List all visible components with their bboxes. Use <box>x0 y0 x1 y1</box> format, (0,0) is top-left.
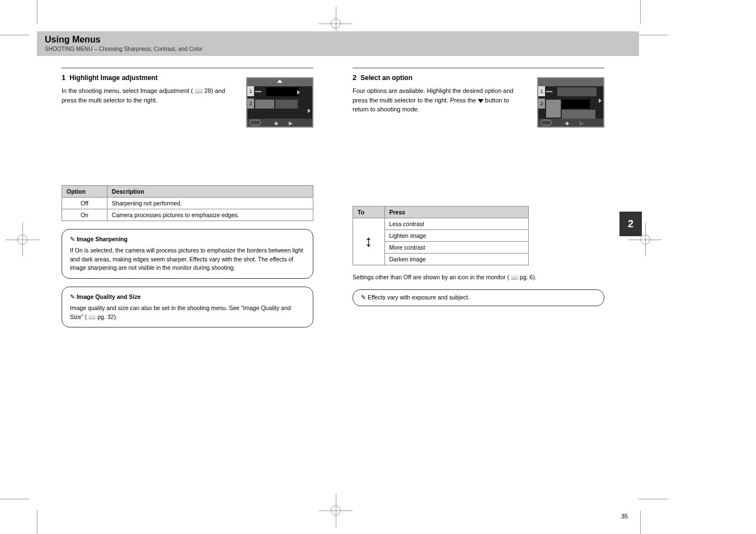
options-table-2: To Press ↕ Less contrast Lighten image M… <box>353 206 529 265</box>
lcd-tab-2: 2 <box>538 99 545 109</box>
page-number: 35 <box>616 513 633 519</box>
info-icon: ✎ <box>361 294 368 301</box>
lcd-screenshot-2: 1 〰 2 ◆ ▷ <box>537 77 604 128</box>
nav-arrow-icon: ▶ <box>289 120 293 126</box>
table-header: Press <box>384 206 528 218</box>
nav-dots-icon: ◆ <box>274 120 278 126</box>
crop-mark <box>638 499 668 499</box>
info-box-effects: ✎ Effects vary with exposure and subject… <box>353 289 604 306</box>
crop-mark <box>37 510 37 534</box>
triangle-right-icon <box>297 90 300 95</box>
triangle-right-icon <box>599 99 602 103</box>
page-ref-icon: 📖 <box>88 313 96 320</box>
right-column: 2 Select an option Four options are avai… <box>353 67 604 306</box>
crop-mark <box>638 35 668 35</box>
table-row: Off Sharpening not performed. <box>62 198 313 209</box>
crop-mark <box>640 0 641 24</box>
lcd-tab-1: 1 <box>247 86 254 96</box>
registration-mark-left <box>6 223 39 256</box>
scroll-icon-cell: ↕ <box>353 218 385 265</box>
options-table-1: Option Description Off Sharpening not pe… <box>62 185 313 221</box>
info-box-quality: ✎ Image Quality and Size Image quality a… <box>62 287 313 327</box>
step-number: 1 <box>62 73 65 82</box>
table-header: Option <box>62 186 107 198</box>
step-2-body: Four options are available. Highlight th… <box>353 86 520 114</box>
registration-mark-bottom <box>319 494 353 527</box>
crop-mark <box>37 0 37 24</box>
table-row: On Camera processes pictures to emphasiz… <box>62 209 313 221</box>
info-icon: ✎ <box>70 293 77 300</box>
adjust-icon: 〰 <box>255 88 261 95</box>
table-header: To <box>353 206 385 218</box>
lcd-tab-1: 1 <box>538 86 545 96</box>
page-ref-icon: 📖 <box>511 274 518 280</box>
step-1-body: In the shooting menu, select Image adjus… <box>62 86 229 105</box>
table-header: Description <box>107 186 313 198</box>
info-box-sharpening: ✎ Image Sharpening If On is selected, th… <box>62 229 313 279</box>
page-title: Using Menus <box>45 35 631 45</box>
page-subtitle: SHOOTING MENU – Choosing Sharpness, Cont… <box>45 46 631 52</box>
step-title: Select an option <box>360 74 412 82</box>
step-number: 2 <box>353 73 356 82</box>
lcd-screenshot-1: 1 〰 2 ◆ ▶ <box>246 77 313 128</box>
crop-mark <box>0 499 29 499</box>
note-text: Settings other than Off are shown by an … <box>353 273 604 282</box>
menu-icon <box>250 120 261 125</box>
page-ref-icon: 📖 <box>195 87 203 94</box>
step-title: Highlight Image adjustment <box>69 74 157 82</box>
nav-dots-icon: ◆ <box>565 120 569 126</box>
lcd-tab-2: 2 <box>247 99 254 109</box>
chapter-tab: 2 <box>619 212 642 236</box>
header-bar: Using Menus SHOOTING MENU – Choosing Sha… <box>37 31 639 56</box>
left-column: 1 Highlight Image adjustment In the shoo… <box>62 67 313 327</box>
nav-arrow-icon: ▷ <box>580 120 584 126</box>
triangle-up-icon <box>277 79 283 83</box>
adjust-icon: 〰 <box>546 88 552 95</box>
crop-mark <box>0 35 29 35</box>
crop-mark <box>640 510 641 534</box>
info-icon: ✎ <box>70 236 77 242</box>
triangle-right-icon <box>308 109 311 113</box>
menu-icon <box>541 120 552 125</box>
table-row: ↕ Less contrast <box>353 218 529 229</box>
triangle-down-icon <box>478 99 483 103</box>
up-down-arrow-icon: ↕ <box>365 235 373 247</box>
